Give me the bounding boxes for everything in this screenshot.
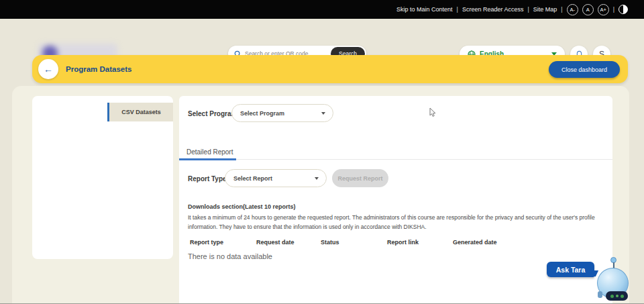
diksha-dashboard-page: { "topbar": { "skip_link": "Skip to Main… bbox=[0, 0, 644, 304]
back-arrow-icon: ← bbox=[44, 64, 53, 74]
report-type-dropdown[interactable]: Select Report bbox=[225, 169, 327, 187]
downloads-note-line: It takes a minimum of 24 hours to genera… bbox=[188, 213, 610, 222]
downloads-note-line: information. They have to ensure that th… bbox=[188, 222, 610, 232]
empty-table-message: There is no data available bbox=[188, 252, 272, 260]
ask-tara-button[interactable]: Ask Tara bbox=[547, 262, 594, 277]
back-button[interactable]: ← bbox=[38, 59, 58, 79]
font-decrease-button[interactable]: A- bbox=[567, 4, 578, 15]
skip-to-main-link[interactable]: Skip to Main Content bbox=[396, 6, 453, 13]
column-header-request-date: Request date bbox=[256, 239, 321, 246]
robot-eye bbox=[610, 295, 614, 298]
robot-eye bbox=[621, 295, 624, 298]
robot-head bbox=[597, 268, 629, 299]
separator: | bbox=[561, 6, 562, 13]
page-banner: ← Program Datasets Close dashboard bbox=[32, 55, 628, 83]
active-tab-underline bbox=[179, 158, 236, 160]
robot-eye bbox=[616, 295, 619, 297]
select-program-label: Select Program bbox=[188, 110, 237, 117]
content-container: CSV Datasets Select Program Select Progr… bbox=[12, 86, 629, 304]
site-map-link[interactable]: Site Map bbox=[533, 6, 557, 13]
robot-ear-left bbox=[598, 291, 602, 298]
separator: | bbox=[457, 6, 458, 13]
page-title: Program Datasets bbox=[66, 65, 131, 73]
separator: | bbox=[527, 6, 529, 13]
column-header-status: Status bbox=[321, 239, 387, 246]
chevron-down-icon bbox=[315, 177, 319, 180]
app-header: Search English S bbox=[0, 19, 644, 50]
reports-table-header: Report type Request date Status Report l… bbox=[190, 239, 606, 246]
tab-detailed-report[interactable]: Detailed Report bbox=[179, 144, 240, 160]
tara-robot-icon[interactable] bbox=[594, 257, 632, 301]
contrast-toggle-icon[interactable] bbox=[619, 5, 628, 14]
report-tabbar: Detailed Report bbox=[179, 144, 612, 160]
downloads-heading: Downloads section(Latest 10 reports) bbox=[188, 203, 296, 210]
downloads-note: It takes a minimum of 24 hours to genera… bbox=[188, 213, 610, 232]
font-normal-button[interactable]: A bbox=[582, 4, 594, 15]
font-increase-button[interactable]: A+ bbox=[598, 4, 609, 15]
report-type-value: Select Report bbox=[233, 175, 272, 182]
column-header-report-link: Report link bbox=[387, 239, 453, 246]
column-header-report-type: Report type bbox=[190, 239, 256, 246]
column-header-generated-date: Generated date bbox=[453, 239, 606, 246]
report-type-label: Report Type bbox=[188, 175, 227, 183]
separator: | bbox=[613, 6, 614, 13]
close-dashboard-button[interactable]: Close dashboard bbox=[549, 61, 620, 78]
accessibility-topbar: Skip to Main Content | Screen Reader Acc… bbox=[0, 0, 644, 19]
select-program-dropdown[interactable]: Select Program bbox=[231, 104, 333, 122]
sidebar-item-csv-datasets[interactable]: CSV Datasets bbox=[107, 103, 173, 121]
screen-reader-link[interactable]: Screen Reader Access bbox=[462, 6, 524, 13]
request-report-button[interactable]: Request Report bbox=[332, 169, 388, 187]
mouse-cursor bbox=[429, 107, 437, 117]
select-program-value: Select Program bbox=[240, 110, 284, 117]
robot-visor bbox=[606, 291, 628, 301]
sidebar: CSV Datasets bbox=[32, 96, 173, 259]
chevron-down-icon bbox=[321, 112, 325, 115]
